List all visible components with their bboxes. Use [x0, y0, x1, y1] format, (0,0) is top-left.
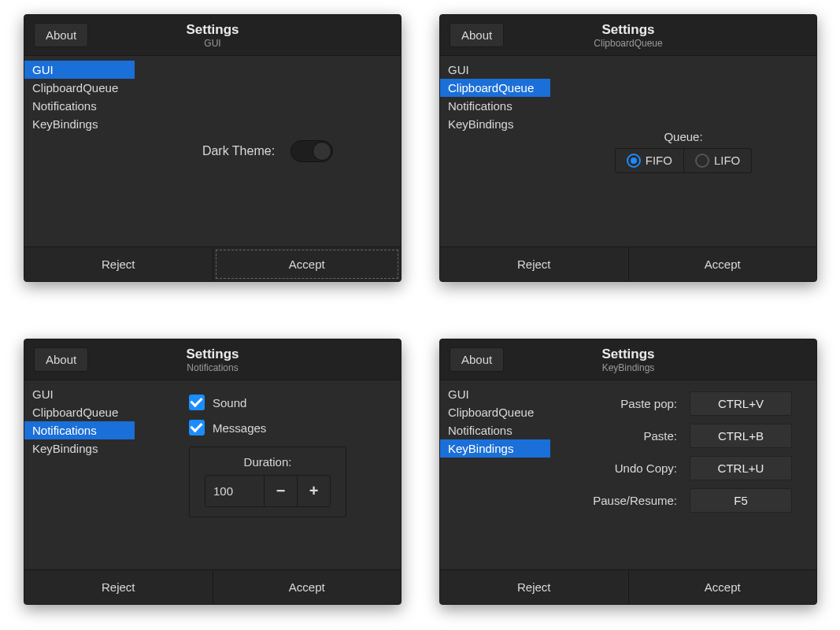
- queue-mode-lifo[interactable]: LIFO: [683, 149, 751, 172]
- dialog-header: About Settings GUI: [24, 15, 401, 56]
- check-icon: [189, 420, 205, 435]
- dialog-header: About Settings KeyBindings: [440, 339, 816, 380]
- sidebar-item-gui[interactable]: GUI: [24, 385, 135, 403]
- sidebar-item-clipboardqueue[interactable]: ClipboardQueue: [24, 403, 135, 421]
- sidebar-item-clipboardqueue[interactable]: ClipboardQueue: [440, 403, 550, 421]
- sidebar-item-keybindings[interactable]: KeyBindings: [24, 115, 135, 133]
- kb-label-paste: Paste:: [575, 429, 677, 443]
- reject-button[interactable]: Reject: [440, 570, 629, 604]
- reject-button[interactable]: Reject: [24, 570, 213, 604]
- kb-label-undo-copy: Undo Copy:: [575, 461, 677, 475]
- settings-dialog-notifications: About Settings Notifications GUI Clipboa…: [24, 339, 401, 605]
- duration-decrement[interactable]: −: [264, 476, 297, 506]
- kb-field-undo-copy[interactable]: CTRL+U: [690, 456, 792, 480]
- sidebar-item-notifications[interactable]: Notifications: [440, 421, 550, 439]
- dark-theme-label: Dark Theme:: [202, 144, 275, 158]
- about-button[interactable]: About: [34, 23, 88, 47]
- keybindings-grid: Paste pop: CTRL+V Paste: CTRL+B Undo Cop…: [575, 391, 792, 513]
- kb-label-pause-resume: Pause/Resume:: [575, 494, 677, 507]
- sidebar-item-clipboardqueue[interactable]: ClipboardQueue: [440, 79, 550, 97]
- settings-sidebar: GUI ClipboardQueue Notifications KeyBind…: [24, 380, 135, 569]
- sidebar-item-keybindings[interactable]: KeyBindings: [440, 439, 550, 458]
- radio-icon: [695, 154, 709, 168]
- duration-value[interactable]: 100: [205, 478, 264, 504]
- duration-increment[interactable]: +: [297, 476, 330, 506]
- about-button[interactable]: About: [450, 347, 504, 372]
- toggle-knob: [313, 142, 331, 161]
- sidebar-item-gui[interactable]: GUI: [440, 385, 550, 403]
- settings-dialog-clipboardqueue: About Settings ClipboardQueue GUI Clipbo…: [439, 14, 817, 282]
- sidebar-item-notifications[interactable]: Notifications: [24, 421, 135, 439]
- accept-button[interactable]: Accept: [629, 570, 817, 604]
- sidebar-item-notifications[interactable]: Notifications: [24, 97, 135, 115]
- sidebar-item-keybindings[interactable]: KeyBindings: [440, 115, 550, 133]
- dark-theme-row: Dark Theme:: [202, 140, 333, 162]
- dialog-header: About Settings ClipboardQueue: [440, 15, 816, 56]
- sidebar-item-gui[interactable]: GUI: [24, 61, 135, 79]
- queue-mode-fifo[interactable]: FIFO: [616, 149, 683, 172]
- sound-checkbox[interactable]: Sound: [189, 395, 346, 410]
- check-icon: [189, 395, 205, 410]
- duration-spinner: 100 − +: [205, 475, 331, 507]
- accept-button[interactable]: Accept: [213, 570, 401, 604]
- accept-button[interactable]: Accept: [213, 247, 401, 281]
- queue-mode-label: Queue:: [615, 130, 753, 143]
- sidebar-item-clipboardqueue[interactable]: ClipboardQueue: [24, 79, 135, 97]
- reject-button[interactable]: Reject: [440, 247, 629, 281]
- sidebar-item-notifications[interactable]: Notifications: [440, 97, 550, 115]
- kb-field-paste-pop[interactable]: CTRL+V: [690, 391, 792, 416]
- settings-sidebar: GUI ClipboardQueue Notifications KeyBind…: [440, 380, 550, 569]
- messages-checkbox[interactable]: Messages: [189, 420, 346, 435]
- duration-group: Duration: 100 − +: [189, 447, 346, 517]
- queue-mode-radiogroup: FIFO LIFO: [615, 148, 753, 173]
- radio-icon: [627, 154, 641, 168]
- dialog-header: About Settings Notifications: [24, 339, 401, 380]
- reject-button[interactable]: Reject: [24, 247, 213, 281]
- settings-sidebar: GUI ClipboardQueue Notifications KeyBind…: [24, 56, 135, 246]
- sidebar-item-gui[interactable]: GUI: [440, 61, 550, 79]
- kb-label-paste-pop: Paste pop:: [575, 397, 677, 410]
- kb-field-paste[interactable]: CTRL+B: [690, 424, 792, 448]
- sidebar-item-keybindings[interactable]: KeyBindings: [24, 439, 135, 458]
- settings-sidebar: GUI ClipboardQueue Notifications KeyBind…: [440, 56, 550, 246]
- checkbox-label: Sound: [213, 396, 246, 410]
- radio-label: LIFO: [714, 154, 740, 167]
- settings-dialog-keybindings: About Settings KeyBindings GUI Clipboard…: [439, 339, 817, 605]
- kb-field-pause-resume[interactable]: F5: [690, 488, 792, 513]
- duration-label: Duration:: [201, 455, 335, 469]
- about-button[interactable]: About: [34, 347, 88, 372]
- radio-label: FIFO: [646, 154, 672, 167]
- about-button[interactable]: About: [450, 23, 504, 47]
- dark-theme-toggle[interactable]: [290, 140, 333, 162]
- accept-button[interactable]: Accept: [629, 247, 817, 281]
- checkbox-label: Messages: [213, 421, 266, 435]
- settings-dialog-gui: About Settings GUI GUI ClipboardQueue No…: [24, 14, 401, 282]
